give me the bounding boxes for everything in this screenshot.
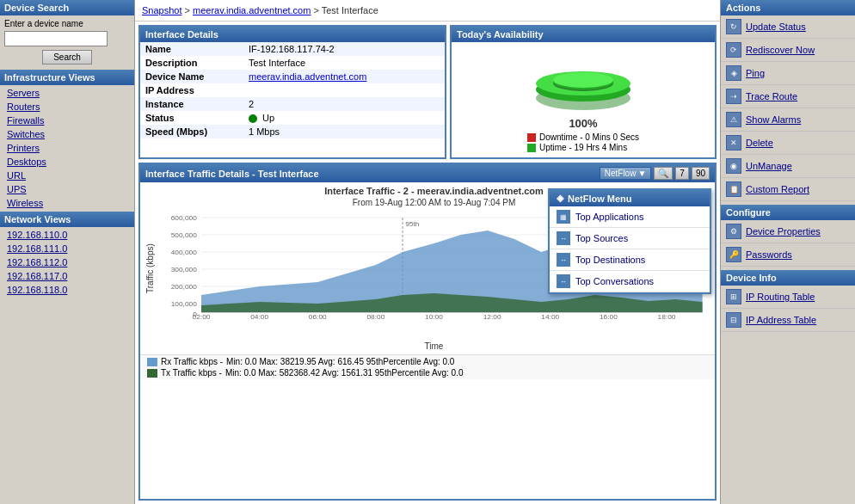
svg-text:12:00: 12:00 xyxy=(483,313,501,321)
action-unmanage[interactable]: ◉ UnManage xyxy=(721,155,855,178)
sidebar-item-url[interactable]: URL xyxy=(0,169,134,182)
sidebar-item-net111[interactable]: 192.168.111.0 xyxy=(0,242,134,255)
sidebar-item-net117[interactable]: 192.168.117.0 xyxy=(0,269,134,283)
netflow-button[interactable]: NetFlow ▼ xyxy=(600,167,652,180)
sidebar-item-wireless[interactable]: Wireless xyxy=(0,196,134,210)
netflow-menu-title: NetFlow Menu xyxy=(568,194,632,204)
availability-percentage: 100% xyxy=(569,117,597,130)
top-destinations-icon: ↔ xyxy=(557,253,570,267)
netflow-dropdown: ◈ NetFlow Menu ▦ Top Applications ↔ Top … xyxy=(548,188,711,294)
sidebar-item-net110[interactable]: 192.168.110.0 xyxy=(0,228,134,242)
svg-text:16:00: 16:00 xyxy=(600,313,618,321)
field-value-device-name[interactable]: meerav.india.adventnet.com xyxy=(243,70,445,83)
field-label-name: Name xyxy=(140,42,243,56)
action-rediscover-now[interactable]: ⟳ Rediscover Now xyxy=(721,39,855,62)
svg-text:500,000: 500,000 xyxy=(171,231,198,239)
table-row: Instance 2 xyxy=(140,97,445,111)
action-address-table[interactable]: ⊟ IP Address Table xyxy=(721,309,855,332)
rx-legend-stats: Min: 0.0 Max: 38219.95 Avg: 616.45 95thP… xyxy=(226,357,454,366)
menu-item-top-sources[interactable]: ↔ Top Sources xyxy=(550,228,710,249)
show-alarms-icon: ⚠ xyxy=(726,112,741,127)
breadcrumb-device[interactable]: meerav.india.adventnet.com xyxy=(193,5,311,15)
details-table: Name IF-192.168.117.74-2 Description Tes… xyxy=(140,42,445,138)
unmanage-label: UnManage xyxy=(746,161,792,171)
downtime-legend-dot xyxy=(527,133,536,142)
sidebar-item-switches[interactable]: Switches xyxy=(0,127,134,141)
menu-item-top-conversations[interactable]: ↔ Top Conversations xyxy=(550,271,710,292)
action-passwords[interactable]: 🔑 Passwords xyxy=(721,243,855,267)
field-label-speed: Speed (Mbps) xyxy=(140,125,243,138)
t90-button[interactable]: 90 xyxy=(692,167,710,180)
breadcrumb: Snapshot > meerav.india.adventnet.com > … xyxy=(135,0,720,22)
address-table-icon: ⊟ xyxy=(726,312,741,328)
svg-text:300,000: 300,000 xyxy=(171,266,198,274)
configure-section: Configure ⚙ Device Properties 🔑 Password… xyxy=(721,205,855,267)
availability-header: Today's Availability xyxy=(452,27,715,42)
table-row: Speed (Mbps) 1 Mbps xyxy=(140,125,445,138)
sidebar-item-desktops[interactable]: Desktops xyxy=(0,155,134,169)
availability-legend: Downtime - 0 Mins 0 Secs Uptime - 19 Hrs… xyxy=(527,132,639,153)
network-views-header: Network Views xyxy=(0,212,134,227)
sidebar-item-servers[interactable]: Servers xyxy=(0,86,134,100)
sidebar-item-ups[interactable]: UPS xyxy=(0,182,134,196)
zoom-button[interactable]: 🔍 xyxy=(654,167,673,180)
rx-legend-color xyxy=(147,358,157,366)
t7-button[interactable]: 7 xyxy=(675,167,689,180)
center-content: Snapshot > meerav.india.adventnet.com > … xyxy=(135,0,720,504)
delete-label: Delete xyxy=(746,138,773,148)
custom-report-icon: 📋 xyxy=(726,181,741,197)
tx-legend-stats: Min: 0.0 Max: 582368.42 Avg: 1561.31 95t… xyxy=(225,368,464,378)
action-custom-report[interactable]: 📋 Custom Report xyxy=(721,178,855,201)
delete-icon: ✕ xyxy=(726,135,741,151)
sidebar-item-firewalls[interactable]: Firewalls xyxy=(0,114,134,127)
table-row: Name IF-192.168.117.74-2 xyxy=(140,42,445,56)
svg-text:95th: 95th xyxy=(405,220,419,228)
svg-text:06:00: 06:00 xyxy=(309,313,327,321)
sidebar-item-routers[interactable]: Routers xyxy=(0,100,134,114)
device-properties-icon: ⚙ xyxy=(726,224,741,239)
field-label-instance: Instance xyxy=(140,97,243,111)
trace-route-icon: ⇢ xyxy=(726,89,741,104)
field-value-speed: 1 Mbps xyxy=(243,125,445,138)
rediscover-icon: ⟳ xyxy=(726,42,741,58)
field-value-status: Up xyxy=(243,111,445,125)
action-trace-route[interactable]: ⇢ Trace Route xyxy=(721,85,855,108)
svg-text:02:00: 02:00 xyxy=(193,313,211,321)
top-sources-icon: ↔ xyxy=(557,231,570,245)
device-search-section: Device Search Enter a device name Search xyxy=(0,0,134,68)
table-row: Status Up xyxy=(140,111,445,125)
traffic-toolbar: NetFlow ▼ 🔍 7 90 xyxy=(600,167,710,180)
sidebar-item-net118[interactable]: 192.168.118.0 xyxy=(0,283,134,297)
device-search-header: Device Search xyxy=(0,0,134,15)
search-button[interactable]: Search xyxy=(42,50,92,65)
action-delete[interactable]: ✕ Delete xyxy=(721,132,855,155)
infrastructure-views-section: Infrastructure Views Servers Routers Fir… xyxy=(0,70,134,210)
field-label-ip: IP Address xyxy=(140,83,243,97)
table-row: Device Name meerav.india.adventnet.com xyxy=(140,70,445,83)
tx-legend-color xyxy=(147,369,157,378)
traffic-header-label: Interface Traffic Details - Test Interfa… xyxy=(145,169,319,179)
menu-item-top-applications[interactable]: ▦ Top Applications xyxy=(550,206,710,228)
sidebar-item-net112[interactable]: 192.168.112.0 xyxy=(0,255,134,269)
svg-text:200,000: 200,000 xyxy=(171,283,198,291)
breadcrumb-snapshot[interactable]: Snapshot xyxy=(142,5,181,15)
menu-item-top-destinations[interactable]: ↔ Top Destinations xyxy=(550,249,710,271)
left-sidebar: Device Search Enter a device name Search… xyxy=(0,0,135,504)
action-show-alarms[interactable]: ⚠ Show Alarms xyxy=(721,108,855,132)
svg-text:08:00: 08:00 xyxy=(366,313,384,321)
field-value-description: Test Interface xyxy=(243,56,445,70)
configure-header: Configure xyxy=(721,205,855,220)
action-device-properties[interactable]: ⚙ Device Properties xyxy=(721,220,855,243)
passwords-icon: 🔑 xyxy=(726,247,741,262)
device-search-input[interactable] xyxy=(4,31,108,46)
ping-label: Ping xyxy=(746,68,765,78)
menu-label-top-conversations: Top Conversations xyxy=(575,276,654,286)
action-ping[interactable]: ◈ Ping xyxy=(721,62,855,85)
svg-text:400,000: 400,000 xyxy=(171,249,198,256)
sidebar-item-printers[interactable]: Printers xyxy=(0,141,134,155)
action-update-status[interactable]: ↻ Update Status xyxy=(721,15,855,39)
availability-panel: Today's Availability xyxy=(450,25,717,159)
network-views-section: Network Views 192.168.110.0 192.168.111.… xyxy=(0,212,134,297)
action-routing-table[interactable]: ⊞ IP Routing Table xyxy=(721,286,855,309)
status-indicator xyxy=(249,114,257,123)
